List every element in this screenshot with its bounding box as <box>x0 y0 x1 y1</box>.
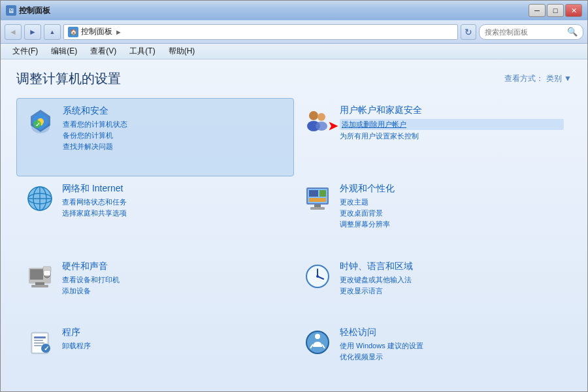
category-hardware[interactable]: 硬件和声音 查看设备和打印机 添加设备 <box>16 254 294 320</box>
menu-edit[interactable]: 编辑(E) <box>44 44 84 58</box>
menu-help[interactable]: 帮助(H) <box>162 44 202 58</box>
svg-text:✓: ✓ <box>44 345 49 352</box>
refresh-button[interactable]: ↻ <box>461 24 476 40</box>
category-clock[interactable]: 时钟、语言和区域 更改键盘或其他输入法 更改显示语言 <box>294 254 572 320</box>
breadcrumb-icon: 🏠 <box>68 27 78 37</box>
ease-content: 轻松访问 使用 Windows 建议的设置 优化视频显示 <box>340 327 564 362</box>
clock-title[interactable]: 时钟、语言和区域 <box>340 261 564 272</box>
svg-rect-41 <box>34 345 42 346</box>
title-bar-buttons: ─ □ ✕ <box>529 4 582 17</box>
category-system-security[interactable]: ✓ 系统和安全 查看您的计算机状态 备份您的计算机 查找并解决问题 <box>16 98 294 176</box>
hardware-icon <box>24 261 56 292</box>
category-network[interactable]: 网络和 Internet 查看网络状态和任务 选择家庭和共享选项 <box>16 176 294 253</box>
menu-file[interactable]: 文件(F) <box>6 44 44 58</box>
svg-text:✓: ✓ <box>35 122 41 128</box>
programs-link-0[interactable]: 卸载程序 <box>62 341 286 351</box>
search-icon: 🔍 <box>567 27 578 37</box>
ease-link-0[interactable]: 使用 Windows 建议的设置 <box>340 341 564 351</box>
user-accounts-icon <box>302 105 333 136</box>
appearance-title[interactable]: 外观和个性化 <box>340 183 564 195</box>
svg-point-46 <box>315 334 320 339</box>
svg-rect-23 <box>310 207 325 210</box>
user-accounts-link-1[interactable]: 为所有用户设置家长控制 <box>340 131 564 141</box>
system-security-links: 查看您的计算机状态 备份您的计算机 查找并解决问题 <box>63 120 286 152</box>
breadcrumb-bar: 🏠 控制面板 ► <box>63 24 458 40</box>
breadcrumb-arrow: ► <box>115 28 122 36</box>
network-content: 网络和 Internet 查看网络状态和任务 选择家庭和共享选项 <box>62 183 286 218</box>
ease-link-1[interactable]: 优化视频显示 <box>340 352 564 362</box>
menu-view[interactable]: 查看(V) <box>84 44 123 58</box>
svg-rect-27 <box>35 282 44 285</box>
appearance-content: 外观和个性化 更改主题 更改桌面背景 调整屏幕分辨率 <box>340 183 564 229</box>
view-mode-selector[interactable]: 查看方式： 类别 ▼ <box>504 73 572 84</box>
network-link-0[interactable]: 查看网络状态和任务 <box>62 197 286 207</box>
breadcrumb-label[interactable]: 控制面板 <box>81 26 112 37</box>
system-security-link-1[interactable]: 备份您的计算机 <box>63 131 286 140</box>
category-ease[interactable]: 轻松访问 使用 Windows 建议的设置 优化视频显示 <box>294 320 572 386</box>
svg-point-35 <box>316 275 319 278</box>
svg-rect-39 <box>34 340 43 341</box>
system-security-link-2[interactable]: 查找并解决问题 <box>63 142 286 152</box>
user-accounts-link-0[interactable]: 添加或删除用户帐户 <box>340 119 564 130</box>
svg-point-7 <box>309 111 318 120</box>
svg-rect-19 <box>309 190 318 197</box>
window-icon: 🖥 <box>6 5 16 16</box>
system-security-link-0[interactable]: 查看您的计算机状态 <box>63 120 286 129</box>
search-input[interactable] <box>485 28 564 36</box>
view-mode-label: 查看方式： <box>504 73 544 84</box>
hardware-title[interactable]: 硬件和声音 <box>62 261 286 272</box>
clock-links: 更改键盘或其他输入法 更改显示语言 <box>340 275 564 296</box>
category-programs[interactable]: ✓ 程序 卸载程序 <box>16 320 294 386</box>
svg-rect-38 <box>34 336 46 338</box>
programs-links: 卸载程序 <box>62 341 286 351</box>
forward-button[interactable]: ► <box>24 24 41 40</box>
appearance-link-1[interactable]: 更改桌面背景 <box>340 208 564 218</box>
menu-tools[interactable]: 工具(T) <box>123 44 161 58</box>
title-bar-left: 🖥 控制面板 <box>6 5 50 16</box>
system-security-title[interactable]: 系统和安全 <box>63 105 286 117</box>
minimize-button[interactable]: ─ <box>529 4 546 17</box>
svg-rect-20 <box>319 190 326 197</box>
back-button[interactable]: ◄ <box>5 24 22 40</box>
appearance-link-2[interactable]: 调整屏幕分辨率 <box>340 220 564 229</box>
main-content: 调整计算机的设置 查看方式： 类别 ▼ ✓ <box>1 59 587 391</box>
category-user-accounts[interactable]: ➤ 用户帐户和家庭安全 添加或删除用户帐户 为所有用户设置家长控制 <box>294 98 572 176</box>
user-accounts-links: 添加或删除用户帐户 为所有用户设置家长控制 <box>340 119 564 141</box>
close-button[interactable]: ✕ <box>565 4 582 17</box>
appearance-link-0[interactable]: 更改主题 <box>340 197 564 207</box>
ease-icon <box>302 327 333 358</box>
svg-point-9 <box>318 113 325 121</box>
up-button[interactable]: ▲ <box>44 24 61 40</box>
system-security-content: 系统和安全 查看您的计算机状态 备份您的计算机 查找并解决问题 <box>63 105 286 152</box>
main-window: 🖥 控制面板 ─ □ ✕ ◄ ► ▲ 🏠 控制面板 ► ↻ 🔍 文件(F) 编辑… <box>0 0 588 392</box>
address-bar: ◄ ► ▲ 🏠 控制面板 ► ↻ 🔍 <box>1 20 587 44</box>
user-accounts-content: 用户帐户和家庭安全 添加或删除用户帐户 为所有用户设置家长控制 <box>340 105 564 141</box>
network-link-1[interactable]: 选择家庭和共享选项 <box>62 208 286 218</box>
clock-link-0[interactable]: 更改键盘或其他输入法 <box>340 275 564 285</box>
hardware-links: 查看设备和打印机 添加设备 <box>62 275 286 296</box>
svg-rect-40 <box>34 342 44 344</box>
search-bar: 🔍 <box>479 24 583 40</box>
window-title: 控制面板 <box>19 5 50 16</box>
network-title[interactable]: 网络和 Internet <box>62 183 286 195</box>
view-mode-value[interactable]: 类别 ▼ <box>546 73 572 84</box>
user-accounts-title[interactable]: 用户帐户和家庭安全 <box>340 105 564 116</box>
network-icon <box>24 183 56 214</box>
hardware-content: 硬件和声音 查看设备和打印机 添加设备 <box>62 261 286 296</box>
svg-point-10 <box>316 122 327 131</box>
hardware-link-1[interactable]: 添加设备 <box>62 286 286 296</box>
programs-icon: ✓ <box>24 327 56 358</box>
ease-title[interactable]: 轻松访问 <box>340 327 564 338</box>
programs-title[interactable]: 程序 <box>62 327 286 338</box>
programs-content: 程序 卸载程序 <box>62 327 286 351</box>
category-appearance[interactable]: 外观和个性化 更改主题 更改桌面背景 调整屏幕分辨率 <box>294 176 572 253</box>
svg-rect-28 <box>31 285 48 287</box>
maximize-button[interactable]: □ <box>547 4 564 17</box>
svg-rect-30 <box>44 270 50 276</box>
system-security-icon: ✓ <box>25 105 56 137</box>
clock-link-1[interactable]: 更改显示语言 <box>340 286 564 296</box>
categories-grid: ✓ 系统和安全 查看您的计算机状态 备份您的计算机 查找并解决问题 ➤ <box>1 93 587 391</box>
hardware-link-0[interactable]: 查看设备和打印机 <box>62 275 286 285</box>
svg-rect-25 <box>30 269 43 280</box>
page-title: 调整计算机的设置 <box>16 70 121 88</box>
